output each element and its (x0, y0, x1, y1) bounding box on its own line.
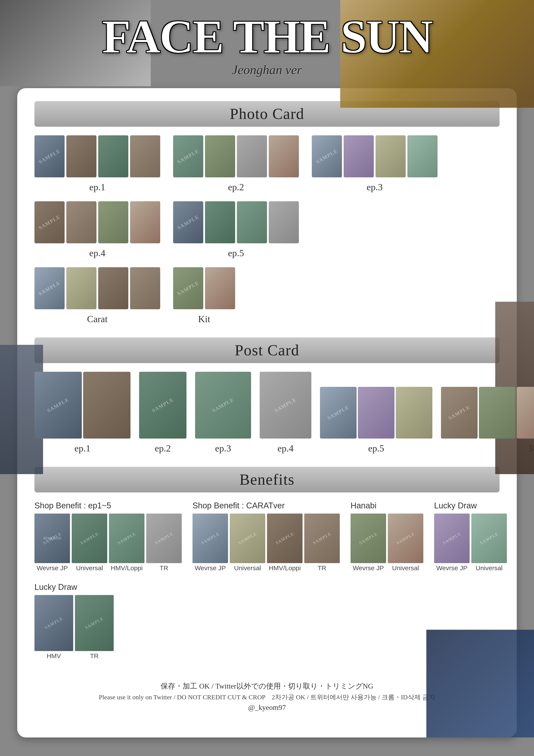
post-img-ep2-1: SAMPLE (139, 372, 187, 439)
pc-img-ep3-2 (343, 135, 374, 177)
pc-img-ep4-1: SAMPLE (35, 201, 64, 243)
shop-carat-img-2: SAMPLE (230, 514, 265, 563)
shop-ep-item-4: SAMPLE TR (146, 514, 182, 572)
subtitle: Jeonghan ver (4, 63, 530, 77)
shop-carat-item-4: SAMPLE TR (304, 514, 340, 572)
pc-img-carat-2 (66, 267, 96, 309)
shop-ep-img-2: SAMPLE (72, 514, 107, 563)
pc-img-ep1-2 (66, 135, 96, 177)
pc-img-ep2-2 (205, 135, 235, 177)
post-images-kit: SAMPLE (441, 387, 534, 439)
lucky-bottom-img-1: SAMPLE (35, 595, 73, 651)
post-img-ep5-2 (358, 387, 394, 439)
pc-img-carat-3 (98, 267, 128, 309)
shop-carat-item-3: SAMPLE HMV/Loppi (267, 514, 302, 572)
pc-img-ep2-1: SAMPLE (173, 135, 203, 177)
post-img-ep1-2 (83, 372, 131, 439)
lucky-bottom-img-2: SAMPLE (75, 595, 114, 651)
pc-img-kit-2 (205, 267, 235, 309)
main-title: FACE THE SUN (4, 13, 530, 60)
post-img-kit-2 (479, 387, 516, 439)
pc-img-ep4-2 (66, 201, 96, 243)
bg-bottom-right (426, 630, 534, 738)
pc-img-ep4-4 (130, 201, 160, 243)
shop-carat-item-2: SAMPLE Universal (230, 514, 265, 572)
pc-img-ep5-3 (237, 201, 267, 243)
pc-img-carat-4 (130, 267, 160, 309)
shop-ep-item-3: SAMPLE HMV/Loppi (109, 514, 144, 572)
pc-img-ep5-1: SAMPLE (173, 201, 203, 243)
pc-img-ep3-3 (375, 135, 406, 177)
shop-ep-img-4: SAMPLE (146, 514, 182, 563)
pc-img-ep5-2 (205, 201, 235, 243)
pc-img-ep3-1: SAMPLE (312, 135, 342, 177)
pc-img-ep1-3 (98, 135, 128, 177)
shop-carat-img-3: SAMPLE (267, 514, 302, 563)
lucky-top-item-2: SAMPLE Universal (471, 514, 507, 572)
main-container: FACE THE SUN Jeonghan ver Photo Card SAM… (0, 0, 534, 738)
post-img-kit-3 (517, 387, 534, 439)
pc-img-ep2-3 (237, 135, 267, 177)
title-section: FACE THE SUN Jeonghan ver (0, 0, 534, 84)
shop-carat-item-1: SAMPLE Wevrse JP (192, 514, 228, 572)
post-images-ep4: SAMPLE (260, 372, 311, 439)
pc-img-ep1-1: SAMPLE (35, 135, 64, 177)
post-img-ep5-3 (396, 387, 432, 439)
post-img-kit-1: SAMPLE (441, 387, 478, 439)
lucky-bottom-item-1: SAMPLE HMV (35, 595, 73, 660)
shop-ep-img-3: SAMPLE (109, 514, 144, 563)
post-images-ep2: SAMPLE (139, 372, 187, 439)
post-img-ep1-1: SAMPLE (35, 372, 82, 439)
post-img-ep4-1: SAMPLE (260, 372, 311, 439)
post-images-ep5: SAMPLE (320, 387, 432, 439)
lucky-top-img-2: SAMPLE (471, 514, 507, 563)
shop-carat-img-1: SAMPLE (192, 514, 228, 563)
hanabi-img-1: SAMPLE (350, 514, 386, 563)
shop-ep-item-2: SAMPLE Universal (72, 514, 107, 572)
pc-img-carat-1: SAMPLE (35, 267, 64, 309)
pc-img-ep5-4 (269, 201, 299, 243)
hanabi-img-2: SAMPLE (388, 514, 423, 563)
lucky-top-img-1: SAMPLE (434, 514, 470, 563)
pc-img-ep1-4 (130, 135, 160, 177)
post-images-ep3: SAMPLE (195, 372, 251, 439)
shop-ep-img-1: JEONGHAN SAMPLE (35, 514, 70, 563)
lucky-bottom-item-2: SAMPLE TR (75, 595, 114, 660)
lucky-top-item-1: SAMPLE Wevrse JP (434, 514, 470, 572)
hanabi-item-2: SAMPLE Universal (388, 514, 423, 572)
pc-img-ep4-3 (98, 201, 128, 243)
pc-img-ep3-4 (407, 135, 438, 177)
pc-img-ep2-4 (269, 135, 299, 177)
shop-ep-item-1: JEONGHAN SAMPLE Wevrse JP (35, 514, 70, 572)
post-img-ep5-1: SAMPLE (320, 387, 357, 439)
shop-carat-img-4: SAMPLE (304, 514, 340, 563)
pc-img-kit-1: SAMPLE (173, 267, 203, 309)
hanabi-item-1: SAMPLE Wevrse JP (350, 514, 386, 572)
post-img-ep3-1: SAMPLE (195, 372, 251, 439)
